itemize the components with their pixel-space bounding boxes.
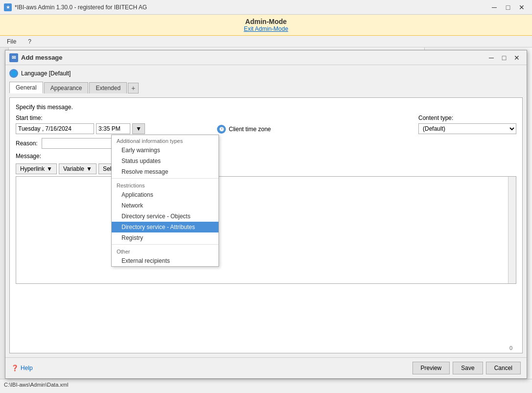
timezone-label: Client time zone [229, 126, 271, 133]
minimize-button[interactable]: ─ [488, 2, 501, 12]
message-textarea-area[interactable] [16, 176, 516, 284]
menu-network[interactable]: Network [112, 200, 218, 211]
hyperlink-dropdown-icon: ▼ [47, 165, 52, 172]
exit-admin-link[interactable]: Exit Admin-Mode [3, 25, 529, 32]
menu-resolve-message[interactable]: Resolve message [112, 166, 218, 177]
start-time-input[interactable] [96, 123, 130, 134]
hyperlink-label: Hyperlink [20, 165, 45, 172]
status-bar: C:\IBI-aws\Admin\Data.xml [0, 379, 532, 390]
help-link[interactable]: ❓ Help [11, 365, 33, 371]
dialog-controls: ─ □ ✕ [485, 53, 523, 63]
content-type-label: Content type: [418, 115, 516, 121]
divider-2 [112, 244, 218, 245]
save-button[interactable]: Save [453, 362, 483, 374]
tab-extended[interactable]: Extended [89, 82, 127, 93]
dialog-close-button[interactable]: ✕ [511, 53, 523, 63]
variable-dropdown-icon: ▼ [86, 165, 92, 172]
number-badge: 0 [509, 345, 512, 351]
dialog-minimize-button[interactable]: ─ [485, 53, 497, 63]
scrollbar[interactable] [508, 177, 516, 283]
menu-status-updates[interactable]: Status updates [112, 156, 218, 166]
language-label: Language [Default] [21, 70, 71, 77]
message-label-row: Message: [16, 153, 516, 160]
footer-buttons: Preview Save Cancel [412, 362, 521, 374]
section-restrictions-label: Restrictions [112, 180, 218, 189]
dialog-maximize-button[interactable]: □ [498, 53, 510, 63]
language-icon: 🌐 [9, 69, 18, 78]
tab-appearance[interactable]: Appearance [44, 82, 89, 93]
dialog-body: 🌐 Language [Default] General Appearance … [5, 65, 527, 357]
preview-button[interactable]: Preview [412, 362, 450, 374]
menu-directory-objects[interactable]: Directory service - Objects [112, 211, 218, 222]
dialog-title-area: ✉ Add message [9, 53, 63, 62]
dialog-title-bar: ✉ Add message ─ □ ✕ [5, 50, 527, 65]
menu-file[interactable]: File [4, 37, 19, 46]
menu-help[interactable]: ? [25, 37, 34, 46]
specify-message-row: Specify this message. [16, 104, 516, 111]
menu-early-warnings[interactable]: Early warnings [112, 145, 218, 156]
variable-label: Variable [63, 165, 84, 172]
menu-bar: File ? [0, 36, 532, 47]
tab-content-general: Specify this message. Start time: ▼ 🕐 [9, 97, 523, 353]
start-time-label: Start time: [16, 115, 213, 121]
maximize-button[interactable]: □ [502, 2, 514, 12]
variable-button[interactable]: Variable ▼ [59, 163, 97, 174]
language-row: 🌐 Language [Default] [9, 69, 523, 78]
reason-label: Reason: [16, 140, 38, 147]
menu-registry[interactable]: Registry [112, 232, 218, 243]
add-message-dialog: ✉ Add message ─ □ ✕ 🌐 Language [Default]… [5, 50, 527, 379]
menu-external-recipients[interactable]: External recipients [112, 255, 218, 266]
main-area: ✉ Add message ─ □ ✕ 🌐 Language [Default]… [0, 47, 532, 379]
dialog-icon: ✉ [9, 53, 18, 62]
menu-applications[interactable]: Applications [112, 189, 218, 200]
message-label: Message: [16, 153, 41, 160]
menu-directory-attributes[interactable]: Directory service - Attributes [112, 222, 218, 232]
start-date-input[interactable] [16, 123, 94, 134]
status-path: C:\IBI-aws\Admin\Data.xml [4, 382, 68, 388]
dialog-title: Add message [21, 54, 63, 61]
time-dropdown-button[interactable]: ▼ [132, 123, 145, 134]
divider-1 [112, 178, 218, 179]
section-other-label: Other [112, 246, 218, 255]
help-label: Help [21, 365, 33, 371]
start-time-row: Start time: ▼ 🕐 Client time zone Content… [16, 115, 516, 134]
title-bar: ★ *IBI-aws Admin 1.30.0 - registered for… [0, 0, 532, 15]
hyperlink-button[interactable]: Hyperlink ▼ [16, 163, 57, 174]
window-title: *IBI-aws Admin 1.30.0 - registered for I… [15, 4, 147, 11]
content-type-select[interactable]: (Default) [418, 123, 516, 134]
close-button[interactable]: ✕ [515, 2, 528, 12]
tab-add-button[interactable]: + [128, 83, 139, 93]
reason-row: Reason: + [16, 138, 516, 149]
dropdown-menu: Additional information types Early warni… [111, 135, 219, 267]
window-title-area: ★ *IBI-aws Admin 1.30.0 - registered for… [4, 3, 147, 11]
timezone-icon: 🕐 [217, 125, 226, 134]
admin-banner: Admin-Mode Exit Admin-Mode [0, 15, 532, 36]
cancel-button[interactable]: Cancel [486, 362, 521, 374]
help-icon: ❓ [11, 365, 19, 371]
tabs-row: General Appearance Extended + [9, 82, 523, 93]
dialog-footer: ❓ Help Preview Save Cancel [5, 357, 527, 378]
section-additional-label: Additional information types [112, 135, 218, 145]
specify-message-label: Specify this message. [16, 104, 73, 111]
message-toolbar: Hyperlink ▼ Variable ▼ Selec [16, 163, 516, 174]
app-icon: ★ [4, 3, 12, 11]
window-controls: ─ □ ✕ [488, 2, 528, 12]
admin-mode-title: Admin-Mode [3, 18, 529, 25]
tab-general[interactable]: General [9, 82, 43, 93]
